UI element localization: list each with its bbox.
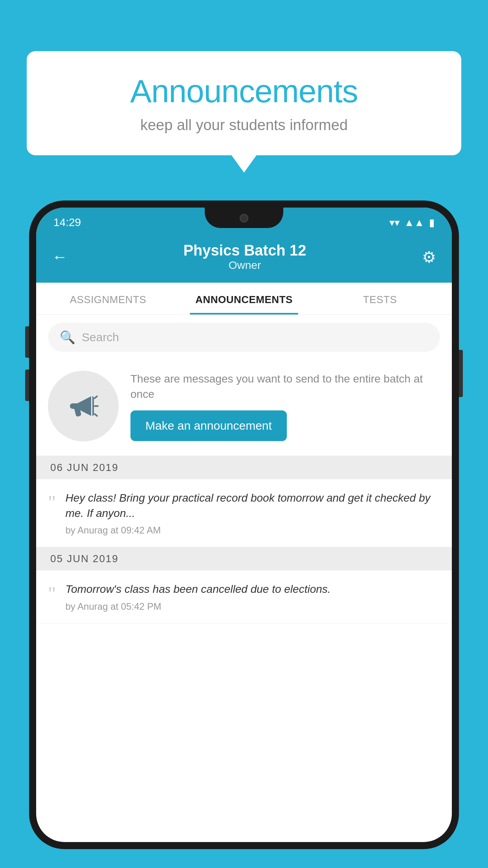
tab-assignments[interactable]: ASSIGNMENTS bbox=[40, 283, 176, 314]
batch-subtitle: Owner bbox=[183, 259, 306, 272]
quote-icon-2: " bbox=[48, 584, 56, 603]
speech-bubble: Announcements keep all your students inf… bbox=[27, 51, 461, 155]
announcement-content-2: Tomorrow's class has been cancelled due … bbox=[65, 581, 440, 612]
announcement-item-1[interactable]: " Hey class! Bring your practical record… bbox=[36, 479, 452, 547]
phone-screen: 14:29 ▾▾ ▲▲ ▮ ← Physics Batch 12 Owner ⚙ bbox=[36, 208, 452, 842]
svg-line-0 bbox=[95, 396, 97, 398]
volume-up-button bbox=[25, 326, 29, 358]
phone-notch bbox=[205, 208, 283, 228]
promo-description: These are messages you want to send to t… bbox=[130, 371, 440, 402]
speech-bubble-container: Announcements keep all your students inf… bbox=[27, 51, 461, 155]
bubble-title: Announcements bbox=[50, 73, 438, 110]
power-button bbox=[459, 350, 463, 397]
status-icons: ▾▾ ▲▲ ▮ bbox=[389, 217, 435, 229]
announcement-meta-2: by Anurag at 05:42 PM bbox=[65, 601, 440, 612]
battery-icon: ▮ bbox=[429, 217, 435, 229]
quote-icon-1: " bbox=[48, 493, 56, 512]
back-button[interactable]: ← bbox=[52, 248, 68, 266]
phone-mockup: 14:29 ▾▾ ▲▲ ▮ ← Physics Batch 12 Owner ⚙ bbox=[29, 200, 459, 849]
status-time: 14:29 bbox=[53, 216, 81, 229]
wifi-icon: ▾▾ bbox=[389, 217, 400, 229]
announcement-content-1: Hey class! Bring your practical record b… bbox=[65, 490, 440, 536]
date-separator-1: 06 JUN 2019 bbox=[36, 456, 452, 479]
announcement-meta-1: by Anurag at 09:42 AM bbox=[65, 525, 440, 536]
signal-icon: ▲▲ bbox=[404, 217, 424, 229]
search-icon: 🔍 bbox=[60, 330, 75, 345]
search-placeholder: Search bbox=[82, 331, 119, 344]
volume-down-button bbox=[25, 370, 29, 401]
search-container: 🔍 Search bbox=[36, 315, 452, 360]
announcement-item-2[interactable]: " Tomorrow's class has been cancelled du… bbox=[36, 570, 452, 623]
tab-announcements[interactable]: ANNOUNCEMENTS bbox=[176, 283, 312, 314]
header-title-block: Physics Batch 12 Owner bbox=[183, 242, 306, 272]
svg-line-2 bbox=[95, 414, 97, 416]
promo-area: These are messages you want to send to t… bbox=[36, 360, 452, 456]
bubble-subtitle: keep all your students informed bbox=[50, 117, 438, 134]
make-announcement-button[interactable]: Make an announcement bbox=[130, 410, 287, 441]
announcement-icon-circle bbox=[48, 371, 119, 441]
search-bar[interactable]: 🔍 Search bbox=[48, 323, 440, 352]
announcement-text-1: Hey class! Bring your practical record b… bbox=[65, 490, 440, 521]
megaphone-icon bbox=[66, 388, 101, 424]
date-separator-2: 05 JUN 2019 bbox=[36, 547, 452, 570]
front-camera bbox=[240, 214, 248, 223]
phone-outer: 14:29 ▾▾ ▲▲ ▮ ← Physics Batch 12 Owner ⚙ bbox=[29, 200, 459, 849]
tabs-bar: ASSIGNMENTS ANNOUNCEMENTS TESTS bbox=[36, 283, 452, 315]
promo-right: These are messages you want to send to t… bbox=[130, 371, 440, 441]
settings-icon[interactable]: ⚙ bbox=[422, 248, 436, 266]
batch-title: Physics Batch 12 bbox=[183, 242, 306, 259]
announcement-text-2: Tomorrow's class has been cancelled due … bbox=[65, 581, 440, 597]
tab-tests[interactable]: TESTS bbox=[312, 283, 448, 314]
app-header: ← Physics Batch 12 Owner ⚙ bbox=[36, 234, 452, 283]
